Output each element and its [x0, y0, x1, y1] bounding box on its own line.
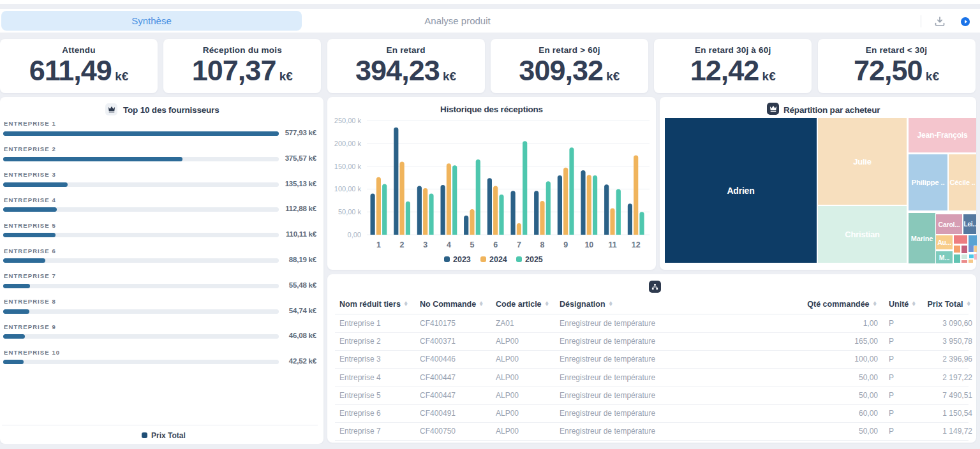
svg-text:9: 9 [563, 240, 568, 249]
svg-text:1: 1 [376, 240, 381, 249]
svg-text:0,00: 0,00 [348, 231, 361, 239]
svg-text:2023: 2023 [453, 255, 471, 264]
svg-text:12: 12 [632, 240, 641, 249]
svg-text:11: 11 [608, 240, 616, 249]
svg-text:2025: 2025 [525, 255, 543, 264]
svg-text:8: 8 [540, 240, 545, 249]
svg-text:50,00 k: 50,00 k [338, 208, 362, 216]
svg-text:10: 10 [584, 240, 593, 249]
svg-text:5: 5 [470, 240, 475, 249]
svg-text:100,00 k: 100,00 k [334, 185, 362, 193]
svg-text:2: 2 [400, 240, 405, 249]
svg-text:4: 4 [447, 240, 451, 249]
svg-text:200,00 k: 200,00 k [334, 140, 362, 147]
svg-text:150,00 k: 150,00 k [334, 163, 362, 170]
svg-text:7: 7 [517, 240, 521, 249]
svg-text:6: 6 [493, 240, 498, 249]
svg-text:2024: 2024 [489, 255, 507, 264]
svg-text:250,00 k: 250,00 k [334, 117, 362, 124]
svg-text:3: 3 [423, 240, 427, 249]
